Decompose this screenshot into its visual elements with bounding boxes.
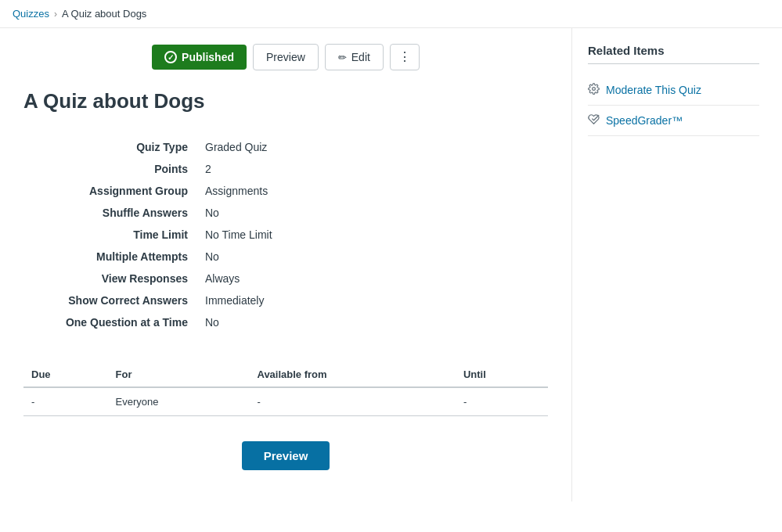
breadcrumb-current: A Quiz about Dogs [62, 8, 146, 20]
availability-column-header: For [108, 362, 250, 387]
detail-value: Immediately [199, 290, 546, 311]
availability-section: DueForAvailable fromUntil - Everyone - - [23, 362, 548, 416]
table-row: Quiz Type Graded Quiz [25, 137, 546, 157]
table-row: View Responses Always [25, 268, 546, 289]
avail-due: - [23, 387, 108, 416]
speedgrader-icon [588, 113, 600, 128]
breadcrumb: Quizzes › A Quiz about Dogs [0, 0, 782, 28]
detail-value: No Time Limit [199, 225, 546, 245]
detail-label: View Responses [25, 268, 197, 289]
detail-value: 2 [199, 159, 546, 179]
avail-from: - [249, 387, 455, 416]
edit-button[interactable]: ✏ Edit [325, 44, 384, 70]
preview-large-button[interactable]: Preview [242, 441, 330, 470]
availability-column-header: Due [23, 362, 108, 387]
table-row: One Question at a Time No [25, 312, 546, 332]
sidebar-link-1[interactable]: SpeedGrader™ [588, 106, 759, 136]
breadcrumb-separator: › [54, 9, 57, 20]
check-icon: ✓ [164, 51, 177, 63]
avail-for: Everyone [108, 387, 250, 416]
table-row: Shuffle Answers No [25, 203, 546, 223]
detail-value: Assignments [199, 181, 546, 201]
svg-point-0 [593, 88, 596, 91]
toolbar: ✓ Published Preview ✏ Edit ⋮ [23, 44, 548, 70]
detail-value: No [199, 203, 546, 223]
preview-label: Preview [266, 51, 305, 63]
sidebar-link-0[interactable]: Moderate This Quiz [588, 75, 759, 106]
detail-label: Assignment Group [25, 181, 197, 201]
detail-label: Time Limit [25, 225, 197, 245]
table-row: Multiple Attempts No [25, 246, 546, 267]
table-row: Time Limit No Time Limit [25, 225, 546, 245]
detail-value: No [199, 312, 546, 332]
more-options-button[interactable]: ⋮ [390, 44, 420, 70]
detail-label: Show Correct Answers [25, 290, 197, 311]
table-row: Points 2 [25, 159, 546, 179]
preview-button[interactable]: Preview [253, 44, 319, 70]
edit-label: Edit [351, 51, 370, 63]
gear-icon [588, 83, 600, 97]
sidebar-link-label: SpeedGrader™ [606, 114, 683, 127]
table-row: Show Correct Answers Immediately [25, 290, 546, 311]
quiz-title: A Quiz about Dogs [23, 89, 548, 113]
detail-label: Shuffle Answers [25, 203, 197, 223]
detail-value: Always [199, 268, 546, 289]
edit-pencil-icon: ✏ [338, 52, 347, 63]
availability-column-header: Until [456, 362, 548, 387]
sidebar-title: Related Items [588, 44, 759, 64]
detail-label: One Question at a Time [25, 312, 197, 332]
breadcrumb-parent-link[interactable]: Quizzes [13, 8, 49, 20]
availability-table: DueForAvailable fromUntil - Everyone - - [23, 362, 548, 416]
sidebar: Related Items Moderate This QuizSpeedGra… [571, 28, 775, 501]
more-icon: ⋮ [398, 50, 411, 63]
content-area: ✓ Published Preview ✏ Edit ⋮ A Quiz abou… [0, 28, 571, 501]
quiz-details-table: Quiz Type Graded Quiz Points 2 Assignmen… [23, 135, 548, 334]
detail-value: Graded Quiz [199, 137, 546, 157]
availability-row: - Everyone - - [23, 387, 548, 416]
sidebar-link-label: Moderate This Quiz [606, 84, 701, 96]
detail-value: No [199, 246, 546, 267]
detail-label: Quiz Type [25, 137, 197, 157]
preview-button-container: Preview [23, 441, 548, 470]
table-row: Assignment Group Assignments [25, 181, 546, 201]
availability-column-header: Available from [249, 362, 455, 387]
main-layout: ✓ Published Preview ✏ Edit ⋮ A Quiz abou… [0, 28, 782, 501]
published-label: Published [182, 51, 234, 63]
published-button[interactable]: ✓ Published [152, 45, 247, 70]
avail-until: - [456, 387, 548, 416]
detail-label: Points [25, 159, 197, 179]
detail-label: Multiple Attempts [25, 246, 197, 267]
